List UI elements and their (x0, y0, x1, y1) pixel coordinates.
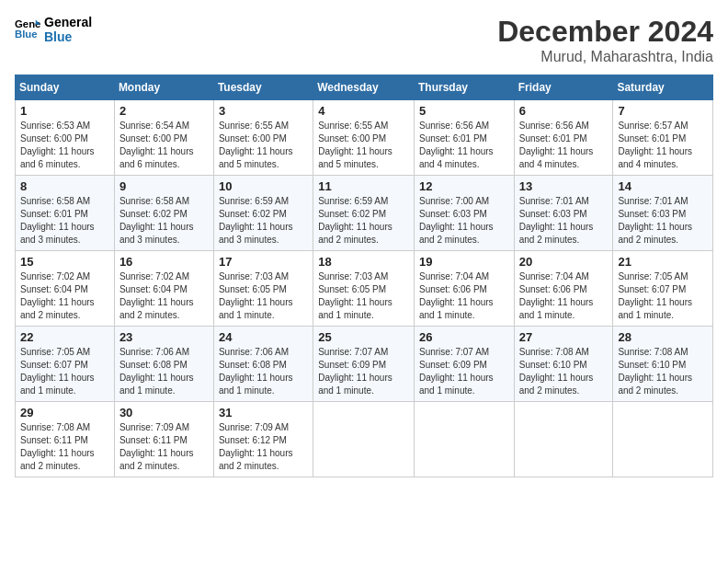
calendar-cell: 18 Sunrise: 7:03 AM Sunset: 6:05 PM Dayl… (313, 251, 415, 327)
calendar-week-row: 29 Sunrise: 7:08 AM Sunset: 6:11 PM Dayl… (16, 402, 713, 477)
calendar-cell: 13 Sunrise: 7:01 AM Sunset: 6:03 PM Dayl… (514, 176, 613, 251)
day-number: 6 (519, 104, 609, 118)
day-info: Sunrise: 6:57 AM Sunset: 6:01 PM Dayligh… (618, 120, 708, 171)
header-tuesday: Tuesday (213, 75, 313, 100)
logo: General Blue General Blue (15, 15, 92, 44)
calendar-cell: 9 Sunrise: 6:58 AM Sunset: 6:02 PM Dayli… (114, 176, 213, 251)
day-number: 13 (519, 179, 609, 193)
calendar-cell (613, 402, 713, 477)
calendar-cell: 23 Sunrise: 7:06 AM Sunset: 6:08 PM Dayl… (114, 327, 213, 402)
calendar-cell: 24 Sunrise: 7:06 AM Sunset: 6:08 PM Dayl… (213, 327, 313, 402)
header-wednesday: Wednesday (313, 75, 415, 100)
day-number: 4 (318, 104, 409, 118)
page-title: December 2024 (497, 15, 713, 49)
day-info: Sunrise: 7:00 AM Sunset: 6:03 PM Dayligh… (419, 195, 509, 247)
title-area: December 2024 Murud, Maharashtra, India (497, 15, 713, 65)
day-number: 2 (119, 104, 209, 118)
day-info: Sunrise: 7:01 AM Sunset: 6:03 PM Dayligh… (519, 195, 609, 247)
calendar-week-row: 8 Sunrise: 6:58 AM Sunset: 6:01 PM Dayli… (16, 176, 713, 251)
calendar-cell: 15 Sunrise: 7:02 AM Sunset: 6:04 PM Dayl… (16, 251, 115, 327)
day-number: 19 (419, 255, 509, 269)
header-friday: Friday (514, 75, 613, 100)
calendar-cell (313, 402, 415, 477)
day-number: 16 (119, 255, 209, 269)
logo-line2: Blue (44, 29, 92, 44)
day-number: 1 (20, 104, 109, 118)
calendar-cell: 5 Sunrise: 6:56 AM Sunset: 6:01 PM Dayli… (414, 100, 514, 176)
day-info: Sunrise: 6:56 AM Sunset: 6:01 PM Dayligh… (519, 120, 609, 171)
day-number: 18 (318, 255, 409, 269)
day-number: 21 (618, 255, 708, 269)
calendar-cell: 16 Sunrise: 7:02 AM Sunset: 6:04 PM Dayl… (114, 251, 213, 327)
day-info: Sunrise: 7:02 AM Sunset: 6:04 PM Dayligh… (20, 270, 109, 322)
calendar-cell: 20 Sunrise: 7:04 AM Sunset: 6:06 PM Dayl… (514, 251, 613, 327)
day-info: Sunrise: 7:02 AM Sunset: 6:04 PM Dayligh… (119, 270, 209, 322)
header-sunday: Sunday (16, 75, 115, 100)
calendar-cell: 27 Sunrise: 7:08 AM Sunset: 6:10 PM Dayl… (514, 327, 613, 402)
calendar-cell: 14 Sunrise: 7:01 AM Sunset: 6:03 PM Dayl… (613, 176, 713, 251)
day-number: 31 (219, 406, 308, 419)
calendar-cell: 22 Sunrise: 7:05 AM Sunset: 6:07 PM Dayl… (16, 327, 115, 402)
day-info: Sunrise: 6:59 AM Sunset: 6:02 PM Dayligh… (219, 195, 308, 247)
day-info: Sunrise: 7:03 AM Sunset: 6:05 PM Dayligh… (219, 270, 308, 322)
day-info: Sunrise: 7:08 AM Sunset: 6:10 PM Dayligh… (618, 346, 708, 397)
day-number: 25 (318, 330, 409, 344)
day-info: Sunrise: 6:58 AM Sunset: 6:01 PM Dayligh… (20, 195, 109, 247)
day-number: 3 (219, 104, 308, 118)
calendar-cell: 21 Sunrise: 7:05 AM Sunset: 6:07 PM Dayl… (613, 251, 713, 327)
day-info: Sunrise: 7:09 AM Sunset: 6:12 PM Dayligh… (219, 421, 308, 473)
calendar-cell: 3 Sunrise: 6:55 AM Sunset: 6:00 PM Dayli… (213, 100, 313, 176)
calendar-table: Sunday Monday Tuesday Wednesday Thursday… (15, 75, 713, 477)
calendar-cell (514, 402, 613, 477)
logo-line1: General (44, 15, 92, 29)
calendar-cell: 4 Sunrise: 6:55 AM Sunset: 6:00 PM Dayli… (313, 100, 415, 176)
day-number: 20 (519, 255, 609, 269)
day-number: 30 (119, 406, 209, 419)
day-number: 11 (318, 179, 409, 193)
page-header: General Blue General Blue December 2024 … (15, 15, 713, 65)
day-number: 29 (20, 406, 109, 419)
day-info: Sunrise: 6:55 AM Sunset: 6:00 PM Dayligh… (318, 120, 409, 171)
header-thursday: Thursday (414, 75, 514, 100)
day-info: Sunrise: 7:04 AM Sunset: 6:06 PM Dayligh… (419, 270, 509, 322)
day-number: 8 (20, 179, 109, 193)
calendar-cell: 30 Sunrise: 7:09 AM Sunset: 6:11 PM Dayl… (114, 402, 213, 477)
day-info: Sunrise: 7:05 AM Sunset: 6:07 PM Dayligh… (20, 346, 109, 397)
calendar-cell: 6 Sunrise: 6:56 AM Sunset: 6:01 PM Dayli… (514, 100, 613, 176)
calendar-cell: 28 Sunrise: 7:08 AM Sunset: 6:10 PM Dayl… (613, 327, 713, 402)
day-info: Sunrise: 6:58 AM Sunset: 6:02 PM Dayligh… (119, 195, 209, 247)
day-info: Sunrise: 7:01 AM Sunset: 6:03 PM Dayligh… (618, 195, 708, 247)
day-info: Sunrise: 6:56 AM Sunset: 6:01 PM Dayligh… (419, 120, 509, 171)
day-number: 15 (20, 255, 109, 269)
day-number: 10 (219, 179, 308, 193)
day-number: 12 (419, 179, 509, 193)
day-info: Sunrise: 7:06 AM Sunset: 6:08 PM Dayligh… (219, 346, 308, 397)
day-info: Sunrise: 7:04 AM Sunset: 6:06 PM Dayligh… (519, 270, 609, 322)
day-info: Sunrise: 7:08 AM Sunset: 6:10 PM Dayligh… (519, 346, 609, 397)
calendar-cell: 8 Sunrise: 6:58 AM Sunset: 6:01 PM Dayli… (16, 176, 115, 251)
day-info: Sunrise: 7:03 AM Sunset: 6:05 PM Dayligh… (318, 270, 409, 322)
calendar-week-row: 1 Sunrise: 6:53 AM Sunset: 6:00 PM Dayli… (16, 100, 713, 176)
calendar-cell: 25 Sunrise: 7:07 AM Sunset: 6:09 PM Dayl… (313, 327, 415, 402)
day-number: 28 (618, 330, 708, 344)
day-info: Sunrise: 6:54 AM Sunset: 6:00 PM Dayligh… (119, 120, 209, 171)
day-number: 23 (119, 330, 209, 344)
day-number: 7 (618, 104, 708, 118)
calendar-cell (414, 402, 514, 477)
header-monday: Monday (114, 75, 213, 100)
day-number: 27 (519, 330, 609, 344)
day-info: Sunrise: 7:08 AM Sunset: 6:11 PM Dayligh… (20, 421, 109, 473)
calendar-cell: 17 Sunrise: 7:03 AM Sunset: 6:05 PM Dayl… (213, 251, 313, 327)
day-number: 5 (419, 104, 509, 118)
calendar-week-row: 22 Sunrise: 7:05 AM Sunset: 6:07 PM Dayl… (16, 327, 713, 402)
logo-icon: General Blue (15, 17, 40, 42)
day-number: 14 (618, 179, 708, 193)
day-number: 24 (219, 330, 308, 344)
day-info: Sunrise: 6:55 AM Sunset: 6:00 PM Dayligh… (219, 120, 308, 171)
day-number: 22 (20, 330, 109, 344)
calendar-cell: 7 Sunrise: 6:57 AM Sunset: 6:01 PM Dayli… (613, 100, 713, 176)
day-info: Sunrise: 7:07 AM Sunset: 6:09 PM Dayligh… (419, 346, 509, 397)
page-subtitle: Murud, Maharashtra, India (497, 49, 713, 65)
day-number: 17 (219, 255, 308, 269)
calendar-cell: 1 Sunrise: 6:53 AM Sunset: 6:00 PM Dayli… (16, 100, 115, 176)
